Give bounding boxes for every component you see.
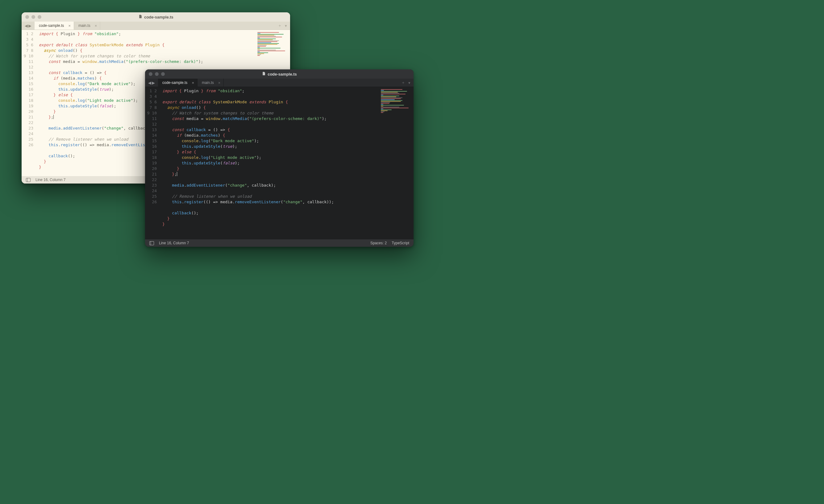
window-title-text: code-sample.ts bbox=[144, 15, 174, 19]
nav-forward-icon[interactable]: ▶ bbox=[28, 24, 31, 28]
tab-label: code-sample.ts bbox=[39, 23, 64, 28]
close-icon[interactable]: × bbox=[218, 81, 221, 85]
titlebar[interactable]: code-sample.ts bbox=[145, 70, 414, 79]
tab-bar: ◀ ▶ code-sample.ts×main.ts× ＋ ▾ bbox=[22, 22, 290, 30]
zoom-dot[interactable] bbox=[161, 72, 165, 76]
window-title: code-sample.ts bbox=[262, 71, 297, 77]
traffic-lights[interactable] bbox=[25, 12, 41, 22]
line-gutter: 1 2 3 4 5 6 7 8 9 10 11 12 13 14 15 16 1… bbox=[145, 87, 160, 239]
close-icon[interactable]: × bbox=[95, 23, 97, 28]
nav-arrows[interactable]: ◀ ▶ bbox=[145, 79, 158, 87]
tab-label: code-sample.ts bbox=[162, 81, 187, 85]
titlebar[interactable]: code-sample.ts bbox=[22, 12, 290, 22]
tab-code-sample-ts[interactable]: code-sample.ts× bbox=[34, 22, 74, 30]
tab-menu-icon[interactable]: ▾ bbox=[285, 23, 287, 28]
status-bar: Line 16, Column 7 Spaces: 2 TypeScript bbox=[145, 239, 414, 247]
minimap[interactable] bbox=[381, 89, 412, 110]
close-icon[interactable]: × bbox=[68, 23, 71, 28]
cursor-position[interactable]: Line 16, Column 7 bbox=[35, 178, 66, 182]
tab-main-ts[interactable]: main.ts× bbox=[74, 22, 100, 30]
tab-label: main.ts bbox=[78, 23, 90, 28]
close-dot[interactable] bbox=[25, 15, 29, 19]
panel-icon[interactable] bbox=[26, 178, 30, 182]
indent-status[interactable]: Spaces: 2 bbox=[370, 241, 387, 245]
new-tab-icon[interactable]: ＋ bbox=[278, 23, 282, 28]
tab-menu-icon[interactable]: ▾ bbox=[408, 81, 410, 85]
line-gutter: 1 2 3 4 5 6 7 8 9 10 11 12 13 14 15 16 1… bbox=[22, 30, 36, 176]
close-dot[interactable] bbox=[149, 72, 152, 76]
language-status[interactable]: TypeScript bbox=[392, 241, 409, 245]
file-icon bbox=[138, 14, 142, 20]
traffic-lights[interactable] bbox=[149, 70, 165, 79]
minimize-dot[interactable] bbox=[155, 72, 159, 76]
panel-icon[interactable] bbox=[149, 241, 154, 245]
code-content[interactable]: import { Plugin } from "obsidian"; expor… bbox=[160, 87, 414, 239]
close-icon[interactable]: × bbox=[192, 81, 194, 85]
nav-back-icon[interactable]: ◀ bbox=[148, 81, 151, 85]
nav-arrows[interactable]: ◀ ▶ bbox=[22, 22, 34, 30]
nav-forward-icon[interactable]: ▶ bbox=[152, 81, 155, 85]
tab-code-sample-ts[interactable]: code-sample.ts× bbox=[158, 79, 198, 87]
dark-editor-window: code-sample.ts ◀ ▶ code-sample.ts×main.t… bbox=[145, 70, 414, 247]
window-title-text: code-sample.ts bbox=[268, 72, 297, 77]
cursor-position[interactable]: Line 16, Column 7 bbox=[159, 241, 189, 245]
new-tab-icon[interactable]: ＋ bbox=[401, 80, 405, 86]
file-icon bbox=[262, 71, 266, 77]
tab-bar: ◀ ▶ code-sample.ts×main.ts× ＋ ▾ bbox=[145, 79, 414, 87]
minimize-dot[interactable] bbox=[31, 15, 35, 19]
tab-label: main.ts bbox=[202, 81, 214, 85]
zoom-dot[interactable] bbox=[38, 15, 41, 19]
nav-back-icon[interactable]: ◀ bbox=[25, 24, 28, 28]
minimap[interactable] bbox=[258, 32, 288, 53]
window-title: code-sample.ts bbox=[138, 14, 174, 20]
editor-area[interactable]: 1 2 3 4 5 6 7 8 9 10 11 12 13 14 15 16 1… bbox=[145, 87, 414, 239]
tab-main-ts[interactable]: main.ts× bbox=[198, 79, 224, 87]
